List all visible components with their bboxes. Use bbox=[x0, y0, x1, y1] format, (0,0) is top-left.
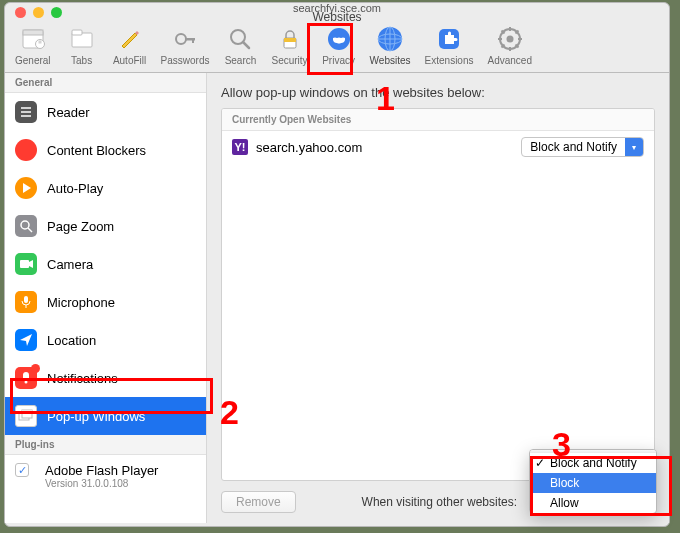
search-icon bbox=[226, 25, 254, 53]
svg-rect-39 bbox=[24, 296, 28, 303]
sidebar-item-label: Content Blockers bbox=[47, 143, 146, 158]
svg-rect-12 bbox=[284, 38, 296, 42]
toolbar-tabs-label: Tabs bbox=[71, 55, 92, 66]
toolbar: General Tabs AutoFill Passwords Search bbox=[5, 21, 669, 73]
privacy-icon bbox=[325, 25, 353, 53]
toolbar-general-label: General bbox=[15, 55, 51, 66]
plugin-version: Version 31.0.0.108 bbox=[45, 478, 158, 489]
security-icon bbox=[276, 25, 304, 53]
sidebar-item-auto-play[interactable]: Auto-Play bbox=[5, 169, 206, 207]
sidebar: General Reader Content Blockers Auto-Pla… bbox=[5, 73, 207, 523]
sidebar-item-label: Location bbox=[47, 333, 96, 348]
toolbar-search-label: Search bbox=[225, 55, 257, 66]
microphone-icon bbox=[15, 291, 37, 313]
sidebar-item-content-blockers[interactable]: Content Blockers bbox=[5, 131, 206, 169]
svg-rect-3 bbox=[38, 41, 41, 44]
plugin-name: Adobe Flash Player bbox=[45, 463, 158, 478]
dropdown-item-block[interactable]: Block bbox=[530, 473, 656, 493]
svg-rect-8 bbox=[192, 38, 194, 43]
svg-marker-38 bbox=[29, 260, 33, 268]
preferences-window: searchfyi.sce.com Websites General Tabs … bbox=[4, 2, 670, 527]
sidebar-item-location[interactable]: Location bbox=[5, 321, 206, 359]
camera-icon bbox=[15, 253, 37, 275]
titlebar: searchfyi.sce.com Websites bbox=[5, 3, 669, 21]
svg-point-35 bbox=[21, 221, 29, 229]
other-websites-dropdown[interactable]: Block and Notify Block Allow bbox=[529, 449, 657, 514]
passwords-icon bbox=[171, 25, 199, 53]
sidebar-item-popup-windows[interactable]: Pop-up Windows bbox=[5, 397, 206, 435]
toolbar-extensions[interactable]: Extensions bbox=[425, 25, 474, 66]
dropdown-item-allow[interactable]: Allow bbox=[530, 493, 656, 513]
main-heading: Allow pop-up windows on the websites bel… bbox=[221, 85, 655, 100]
extensions-icon bbox=[435, 25, 463, 53]
toolbar-autofill-label: AutoFill bbox=[113, 55, 146, 66]
toolbar-advanced[interactable]: Advanced bbox=[487, 25, 531, 66]
svg-rect-45 bbox=[22, 410, 32, 412]
stop-icon bbox=[15, 139, 37, 161]
chevron-updown-icon: ▾ bbox=[625, 138, 643, 156]
autofill-icon bbox=[116, 25, 144, 53]
toolbar-search[interactable]: Search bbox=[223, 25, 257, 66]
svg-point-21 bbox=[506, 36, 513, 43]
toolbar-security[interactable]: Security bbox=[271, 25, 307, 66]
toolbar-tabs[interactable]: Tabs bbox=[65, 25, 99, 66]
svg-line-10 bbox=[243, 42, 249, 48]
remove-button[interactable]: Remove bbox=[221, 491, 296, 513]
policy-select[interactable]: Block and Notify ▾ bbox=[521, 137, 644, 157]
svg-line-36 bbox=[28, 228, 32, 232]
plugin-checkbox[interactable]: ✓ bbox=[15, 463, 29, 477]
sidebar-item-label: Reader bbox=[47, 105, 90, 120]
toolbar-autofill[interactable]: AutoFill bbox=[113, 25, 147, 66]
svg-marker-34 bbox=[23, 183, 31, 193]
toolbar-websites[interactable]: Websites bbox=[370, 25, 411, 66]
toolbar-passwords[interactable]: Passwords bbox=[161, 25, 210, 66]
svg-point-6 bbox=[176, 34, 186, 44]
toolbar-general[interactable]: General bbox=[15, 25, 51, 66]
sidebar-item-notifications[interactable]: Notifications bbox=[5, 359, 206, 397]
sidebar-header-plugins: Plug-ins bbox=[5, 435, 206, 455]
svg-marker-33 bbox=[20, 144, 32, 156]
notifications-badge bbox=[31, 364, 40, 373]
svg-rect-5 bbox=[72, 30, 82, 35]
sidebar-item-page-zoom[interactable]: Page Zoom bbox=[5, 207, 206, 245]
toolbar-privacy-label: Privacy bbox=[322, 55, 355, 66]
svg-rect-37 bbox=[20, 260, 29, 268]
toolbar-extensions-label: Extensions bbox=[425, 55, 474, 66]
other-websites-label: When visiting other websites: bbox=[306, 495, 517, 509]
svg-point-42 bbox=[25, 381, 28, 384]
sidebar-item-microphone[interactable]: Microphone bbox=[5, 283, 206, 321]
general-icon bbox=[19, 25, 47, 53]
yahoo-favicon: Y! bbox=[232, 139, 248, 155]
sidebar-item-label: Notifications bbox=[47, 371, 118, 386]
panel-header: Currently Open Websites bbox=[222, 109, 654, 131]
sidebar-item-reader[interactable]: Reader bbox=[5, 93, 206, 131]
website-row[interactable]: Y! search.yahoo.com Block and Notify ▾ bbox=[222, 131, 654, 163]
sidebar-header-general: General bbox=[5, 73, 206, 93]
sidebar-item-label: Auto-Play bbox=[47, 181, 103, 196]
zoom-icon bbox=[15, 215, 37, 237]
popup-windows-icon bbox=[15, 405, 37, 427]
toolbar-security-label: Security bbox=[271, 55, 307, 66]
sidebar-item-label: Microphone bbox=[47, 295, 115, 310]
reader-icon bbox=[15, 101, 37, 123]
websites-icon bbox=[376, 25, 404, 53]
advanced-icon bbox=[496, 25, 524, 53]
toolbar-advanced-label: Advanced bbox=[487, 55, 531, 66]
location-icon bbox=[15, 329, 37, 351]
play-icon bbox=[15, 177, 37, 199]
window-title: Websites bbox=[5, 13, 669, 22]
sidebar-item-plugin-flash[interactable]: ✓ Adobe Flash Player Version 31.0.0.108 bbox=[5, 455, 206, 497]
website-domain: search.yahoo.com bbox=[256, 140, 362, 155]
websites-panel: Currently Open Websites Y! search.yahoo.… bbox=[221, 108, 655, 481]
dropdown-item-block-notify[interactable]: Block and Notify bbox=[530, 453, 656, 473]
svg-rect-1 bbox=[23, 30, 43, 35]
policy-select-value: Block and Notify bbox=[522, 140, 625, 154]
tabs-icon bbox=[68, 25, 96, 53]
toolbar-privacy[interactable]: Privacy bbox=[322, 25, 356, 66]
toolbar-websites-label: Websites bbox=[370, 55, 411, 66]
toolbar-passwords-label: Passwords bbox=[161, 55, 210, 66]
sidebar-item-camera[interactable]: Camera bbox=[5, 245, 206, 283]
sidebar-item-label: Page Zoom bbox=[47, 219, 114, 234]
sidebar-item-label: Pop-up Windows bbox=[47, 409, 145, 424]
sidebar-item-label: Camera bbox=[47, 257, 93, 272]
